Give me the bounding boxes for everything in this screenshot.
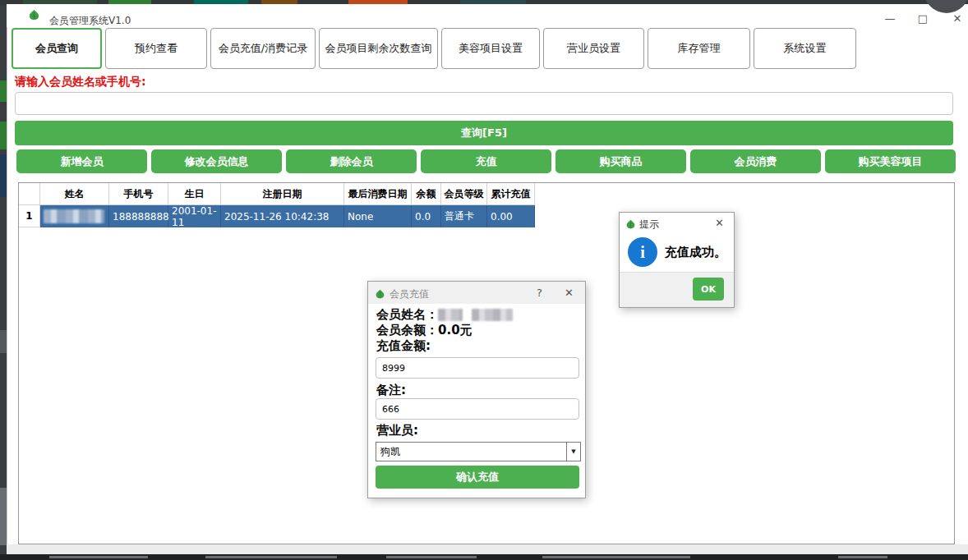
header-total-recharge[interactable]: 累计充值	[487, 183, 535, 205]
ok-button[interactable]: OK	[693, 278, 724, 301]
header-register-date[interactable]: 注册日期	[221, 183, 344, 205]
background-left-sliver	[0, 5, 7, 555]
minimize-button[interactable]: —	[878, 12, 902, 27]
background-bottom-sliver	[0, 554, 968, 560]
cell-level: 普通卡	[441, 205, 487, 227]
header-last-consume[interactable]: 最后消费日期	[344, 183, 412, 205]
member-balance-value: 0.0元	[438, 323, 472, 337]
redacted-member-name-blur	[438, 309, 463, 321]
recharge-dialog: 会员充值 ? ✕ 会员姓名： 会员余额：0.0元 充值金额: 备注: 营业员: …	[367, 281, 586, 498]
note-label: 备注:	[376, 383, 406, 398]
tab-recharge-consume-records[interactable]: 会员充值/消费记录	[210, 28, 316, 69]
tab-remaining-times-query[interactable]: 会员项目剩余次数查询	[319, 28, 438, 69]
cell-last-consume: None	[344, 205, 412, 227]
header-balance[interactable]: 余额	[412, 183, 441, 205]
clerk-dropdown[interactable]: 狗凯 ▼	[376, 442, 581, 461]
confirm-recharge-button[interactable]: 确认充值	[376, 466, 579, 489]
cell-birthday: 2001-01-11	[168, 205, 221, 227]
clerk-label: 营业员:	[376, 423, 418, 438]
recharge-button[interactable]: 充值	[421, 149, 551, 173]
tab-clerk-settings[interactable]: 营业员设置	[543, 28, 644, 69]
add-member-button[interactable]: 新增会员	[16, 149, 147, 173]
header-name[interactable]: 姓名	[40, 183, 109, 205]
cell-phone: 18888888888	[109, 205, 168, 227]
background-segment	[542, 556, 690, 558]
info-icon: i	[628, 237, 657, 267]
chevron-down-icon[interactable]: ▼	[566, 443, 580, 461]
background-segment	[49, 556, 148, 558]
redacted-name-blur	[44, 209, 104, 223]
tab-inventory-management[interactable]: 库存管理	[648, 28, 750, 69]
tab-member-query[interactable]: 会员查询	[12, 28, 102, 69]
window-bottom-strip	[7, 544, 968, 554]
recharge-dialog-titlebar[interactable]: 会员充值 ? ✕	[368, 282, 585, 304]
row-number: 1	[19, 205, 40, 227]
amount-label: 充值金额:	[376, 338, 431, 354]
header-phone[interactable]: 手机号	[109, 183, 168, 205]
header-birthday[interactable]: 生日	[168, 183, 221, 205]
dialog-leaf-icon	[625, 218, 636, 233]
dialog-leaf-icon	[375, 287, 385, 303]
query-button[interactable]: 查询[F5]	[15, 121, 953, 145]
tab-appointment-view[interactable]: 预约查看	[105, 28, 207, 69]
background-segment	[0, 330, 7, 353]
member-name-label: 会员姓名：	[376, 307, 438, 322]
tab-system-settings[interactable]: 系统设置	[754, 28, 856, 69]
clerk-dropdown-value: 狗凯	[376, 445, 566, 459]
table-row[interactable]: 1 18888888888 2001-01-11 2025-11-26 10:4…	[19, 205, 954, 227]
tab-bar: 会员查询 预约查看 会员充值/消费记录 会员项目剩余次数查询 美容项目设置 营业…	[12, 28, 856, 69]
buy-beauty-project-button[interactable]: 购买美容项目	[825, 149, 956, 173]
recharge-dialog-title: 会员充值	[390, 287, 429, 301]
close-button[interactable]: ✕	[945, 12, 968, 27]
dialog-close-icon[interactable]: ✕	[565, 287, 574, 299]
background-segment	[0, 154, 7, 197]
background-segment	[838, 556, 887, 558]
help-button[interactable]: ?	[537, 287, 542, 299]
search-input[interactable]	[15, 92, 953, 115]
cell-balance: 0.0	[412, 205, 441, 227]
action-button-row: 新增会员 修改会员信息 删除会员 充值 购买商品 会员消费 购买美容项目	[16, 149, 956, 173]
prompt-dialog-titlebar[interactable]: 提示 ✕	[620, 213, 734, 233]
background-segment	[0, 122, 7, 149]
redacted-member-name-blur	[472, 309, 513, 321]
app-title: 会员管理系统V1.0	[49, 14, 131, 28]
tab-beauty-project-settings[interactable]: 美容项目设置	[441, 28, 540, 69]
note-input[interactable]	[376, 398, 579, 420]
prompt-dialog: 提示 ✕ i 充值成功。 OK	[619, 212, 735, 308]
search-label: 请输入会员姓名或手机号:	[15, 75, 146, 90]
prompt-dialog-title: 提示	[639, 218, 659, 232]
buy-goods-button[interactable]: 购买商品	[555, 149, 686, 173]
member-balance-row: 会员余额：0.0元	[376, 323, 472, 338]
title-bar: 会员管理系统V1.0 — □ ✕	[7, 4, 968, 27]
cell-register-date: 2025-11-26 10:42:38	[221, 205, 344, 227]
app-leaf-icon	[28, 9, 40, 25]
prompt-dialog-footer: OK	[620, 272, 734, 307]
dialog-close-icon[interactable]: ✕	[715, 217, 724, 229]
member-name-row: 会员姓名：	[376, 307, 513, 323]
background-segment	[386, 556, 477, 558]
member-balance-label: 会员余额：	[376, 323, 438, 337]
table-header-row: 姓名 手机号 生日 注册日期 最后消费日期 余额 会员等级 累计充值	[19, 183, 954, 205]
prompt-message: 充值成功。	[665, 245, 726, 260]
maximize-button[interactable]: □	[910, 12, 935, 27]
background-segment	[0, 80, 7, 102]
member-consume-button[interactable]: 会员消费	[690, 149, 821, 173]
background-segment	[0, 488, 7, 545]
edit-member-button[interactable]: 修改会员信息	[151, 149, 282, 173]
header-level[interactable]: 会员等级	[441, 183, 487, 205]
amount-input[interactable]	[376, 357, 579, 379]
cell-name-redacted	[40, 205, 109, 227]
background-segment	[205, 556, 337, 558]
cell-total-recharge: 0.00	[487, 205, 535, 227]
row-number-header	[19, 183, 40, 205]
delete-member-button[interactable]: 删除会员	[286, 149, 417, 173]
